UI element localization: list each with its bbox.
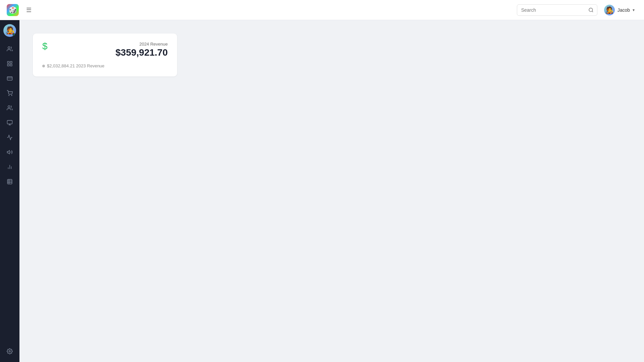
cart-icon bbox=[7, 90, 13, 96]
svg-rect-12 bbox=[7, 120, 12, 124]
card-header: $ 2024 Revenue $359,921.70 bbox=[42, 42, 168, 58]
sidebar-item-finance[interactable] bbox=[3, 72, 16, 85]
dollar-icon: $ bbox=[42, 42, 48, 51]
sidebar-item-billing[interactable] bbox=[3, 116, 16, 129]
team-icon bbox=[7, 105, 13, 111]
svg-point-0 bbox=[589, 8, 593, 12]
card-label-area: 2024 Revenue $359,921.70 bbox=[115, 42, 168, 58]
svg-line-1 bbox=[592, 11, 593, 12]
search-input[interactable] bbox=[517, 5, 585, 15]
revenue-year-label: 2024 Revenue bbox=[115, 42, 168, 47]
svg-point-9 bbox=[9, 95, 9, 96]
sidebar-item-campaigns[interactable] bbox=[3, 145, 16, 159]
reports-icon bbox=[7, 164, 13, 170]
topbar-left: 🎲 ☰ bbox=[7, 4, 34, 16]
sidebar-item-settings[interactable] bbox=[3, 345, 16, 358]
sidebar-item-table[interactable] bbox=[3, 175, 16, 188]
comparison-label: $2,032,884.21 2023 Revenue bbox=[47, 63, 104, 68]
chevron-down-icon: ▾ bbox=[633, 8, 635, 12]
card-comparison: $2,032,884.21 2023 Revenue bbox=[42, 63, 168, 68]
svg-rect-5 bbox=[7, 64, 9, 66]
finance-icon bbox=[7, 75, 13, 81]
search-container bbox=[517, 4, 597, 16]
analytics-icon bbox=[7, 134, 13, 140]
settings-icon bbox=[7, 348, 13, 354]
svg-rect-4 bbox=[10, 61, 12, 63]
sidebar-item-cart[interactable] bbox=[3, 86, 16, 100]
sidebar-item-users[interactable] bbox=[3, 42, 16, 56]
comparison-dot bbox=[42, 65, 45, 67]
user-menu[interactable]: 🧑‍🎤 Jacob ▾ bbox=[601, 3, 637, 17]
search-icon bbox=[588, 7, 594, 13]
hamburger-button[interactable]: ☰ bbox=[24, 4, 34, 16]
users-icon bbox=[7, 46, 13, 52]
avatar-image: 🧑‍🎤 bbox=[604, 5, 615, 15]
sidebar-user-avatar[interactable]: 🧑‍🎤 bbox=[3, 24, 16, 37]
username-label: Jacob bbox=[618, 7, 630, 13]
svg-rect-6 bbox=[10, 64, 12, 66]
svg-point-2 bbox=[8, 47, 10, 49]
search-button[interactable] bbox=[585, 5, 597, 15]
svg-rect-7 bbox=[7, 77, 12, 80]
svg-point-10 bbox=[11, 95, 12, 96]
svg-point-18 bbox=[9, 351, 11, 352]
topbar: 🎲 ☰ 🧑‍🎤 Jacob ▾ bbox=[0, 0, 644, 20]
grid-icon bbox=[7, 61, 13, 67]
table-icon bbox=[7, 179, 13, 185]
sidebar-item-reports[interactable] bbox=[3, 160, 16, 174]
sidebar-item-grid[interactable] bbox=[3, 57, 16, 70]
revenue-value: $359,921.70 bbox=[115, 47, 168, 58]
svg-rect-17 bbox=[7, 179, 12, 184]
topbar-right: 🧑‍🎤 Jacob ▾ bbox=[517, 3, 637, 17]
sidebar-item-team[interactable] bbox=[3, 101, 16, 115]
app-logo[interactable]: 🎲 bbox=[7, 4, 19, 16]
svg-marker-13 bbox=[7, 150, 10, 154]
billing-icon bbox=[7, 120, 13, 126]
sidebar-item-analytics[interactable] bbox=[3, 131, 16, 144]
main-content: $ 2024 Revenue $359,921.70 $2,032,884.21… bbox=[19, 20, 644, 362]
svg-point-11 bbox=[8, 106, 10, 108]
revenue-card: $ 2024 Revenue $359,921.70 $2,032,884.21… bbox=[33, 34, 177, 76]
sidebar: 🧑‍🎤 bbox=[0, 20, 19, 362]
campaigns-icon bbox=[7, 149, 13, 155]
avatar: 🧑‍🎤 bbox=[604, 5, 615, 15]
svg-rect-3 bbox=[7, 61, 9, 63]
online-indicator bbox=[13, 34, 16, 37]
